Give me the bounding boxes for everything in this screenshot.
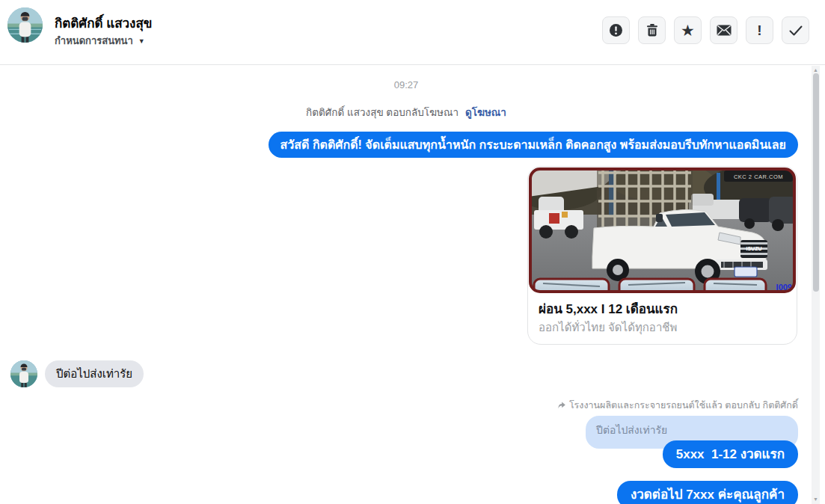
contact-name: กิตติศักดิ์ แสวงสุข — [55, 13, 152, 33]
envelope-icon — [717, 25, 732, 36]
incoming-message: ปีต่อไปส่งเท่ารัย — [45, 360, 144, 387]
vehicle-brand-badge: ISUZU — [746, 246, 762, 251]
star-icon: ★ — [681, 22, 695, 38]
conversation-header: กิตติศักดิ์ แสวงสุข กำหนดการสนทนา ▼ — [0, 0, 825, 65]
ad-card-image: ISUZU CKC 2 CAR.COM — [528, 167, 797, 294]
timestamp: 09:27 — [0, 79, 812, 90]
mark-important-button[interactable]: ! — [746, 16, 773, 44]
exclamation-icon: ! — [757, 23, 761, 37]
reply-context-text: โรงงานผลิตและกระจายรถยนต์ใช้แล้ว ตอบกลับ… — [569, 398, 798, 413]
ad-card-subtitle: ออกได้ทั่วไทย จัดได้ทุกอาชีพ — [539, 319, 786, 336]
ad-context: กิตติศักดิ์ แสวงสุข ตอบกลับโฆษณา ดูโฆษณา — [0, 104, 812, 120]
star-button[interactable]: ★ — [674, 16, 702, 44]
contact-avatar-small — [10, 360, 37, 387]
contact-avatar[interactable] — [7, 7, 43, 43]
ad-context-text: กิตติศักดิ์ แสวงสุข ตอบกลับโฆษณา — [306, 107, 458, 118]
mark-unread-button[interactable] — [710, 16, 737, 44]
messenger-conversation-window: กิตติศักดิ์ แสวงสุข กำหนดการสนทนา ▼ — [0, 0, 825, 504]
avatar-photo-icon — [10, 360, 37, 387]
ad-card-body: ผ่อน 5,xxx I 12 เดือนแรก ออกได้ทั่วไทย จ… — [528, 294, 797, 335]
check-icon — [789, 25, 803, 36]
conversation-schedule-label: กำหนดการสนทนา — [55, 33, 133, 49]
scroll-down-arrow[interactable]: ▼ — [812, 496, 820, 503]
scroll-up-arrow[interactable]: ▲ — [812, 67, 820, 73]
outgoing-message-reply-2: งวดต่อไป 7xxx ค่ะคุณลูกค้า — [617, 481, 798, 504]
mark-done-button[interactable] — [782, 16, 809, 44]
exclamation-circle-icon — [609, 23, 623, 37]
ad-card-title: ผ่อน 5,xxx I 12 เดือนแรก — [539, 300, 786, 319]
scrollbar[interactable]: ▲ ▼ — [812, 66, 820, 504]
trash-icon — [646, 24, 658, 37]
report-button[interactable] — [602, 16, 630, 44]
incoming-message-row: ปีต่อไปส่งเท่ารัย — [10, 360, 144, 387]
view-ad-link[interactable]: ดูโฆษณา — [465, 107, 506, 118]
chevron-down-icon: ▼ — [138, 37, 145, 45]
outgoing-message-reply-1: 5xxx 1-12 งวดแรก — [663, 440, 798, 468]
dealer-watermark: CKC 2 CAR.COM — [734, 173, 783, 180]
scrollbar-thumb[interactable] — [813, 73, 819, 292]
reply-context: โรงงานผลิตและกระจายรถยนต์ใช้แล้ว ตอบกลับ… — [558, 398, 798, 413]
conversation-schedule-dropdown[interactable]: กำหนดการสนทนา ▼ — [55, 33, 145, 49]
delete-button[interactable] — [638, 16, 666, 44]
ad-card[interactable]: ISUZU CKC 2 CAR.COM — [527, 166, 797, 345]
avatar-photo-icon — [7, 7, 43, 43]
outgoing-message-greeting: สวัสดี กิตติศักดิ์! จัดเต็มแสบทุกน้ำหนัก… — [269, 132, 798, 158]
header-action-toolbar: ★ ! — [602, 16, 809, 44]
reply-arrow-icon — [558, 402, 567, 409]
